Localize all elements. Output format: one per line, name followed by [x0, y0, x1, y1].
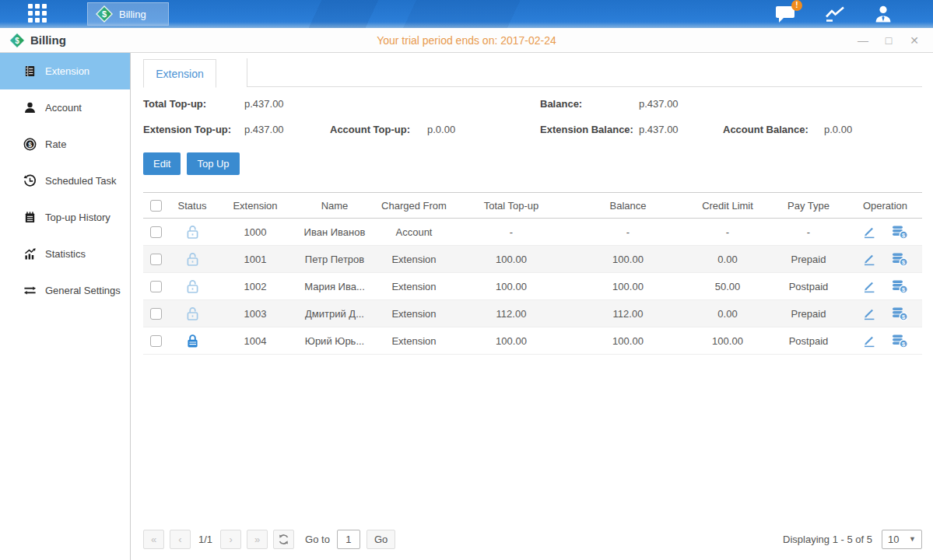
- col-header-status: Status: [168, 193, 216, 219]
- cell-balance: -: [570, 219, 686, 246]
- cell-name: Мария Ива...: [294, 273, 375, 300]
- apps-grid-icon[interactable]: [28, 4, 48, 24]
- goto-page-input[interactable]: [337, 530, 360, 549]
- sidebar-item-extension[interactable]: Extension: [0, 53, 130, 89]
- sidebar-item-account[interactable]: Account: [0, 89, 130, 126]
- account-balance-label: Account Balance:: [723, 124, 824, 135]
- cell-extension: 1004: [216, 327, 294, 355]
- notification-badge: !: [791, 0, 802, 11]
- total-topup-value: p.437.00: [244, 98, 330, 110]
- top-up-button[interactable]: Top Up: [187, 152, 239, 175]
- extension-topup-value: p.437.00: [244, 124, 330, 135]
- minimize-icon[interactable]: —: [857, 35, 869, 46]
- maximize-icon[interactable]: □: [882, 35, 895, 46]
- top-bar: $ Billing !: [0, 0, 933, 28]
- edit-row-icon[interactable]: [862, 334, 876, 348]
- edit-row-icon[interactable]: [862, 306, 876, 320]
- edit-row-icon[interactable]: [862, 279, 876, 293]
- cell-credit-limit: 0.00: [686, 300, 769, 327]
- cell-balance: 100.00: [570, 246, 686, 273]
- cell-credit-limit: 0.00: [686, 246, 769, 273]
- col-header-charged-from: Charged From: [375, 193, 453, 219]
- refresh-button[interactable]: [273, 530, 294, 549]
- locked-status-icon: [186, 334, 199, 348]
- row-checkbox[interactable]: [150, 226, 162, 238]
- svg-text:$: $: [28, 141, 32, 149]
- cell-pay-type: Postpaid: [769, 273, 848, 300]
- next-page-button[interactable]: ›: [220, 530, 241, 549]
- cell-pay-type: Postpaid: [769, 327, 848, 355]
- top-up-row-icon[interactable]: $: [892, 306, 908, 321]
- history-clock-icon: [23, 174, 37, 187]
- user-account-icon[interactable]: [874, 5, 893, 23]
- col-header-pay-type: Pay Type: [769, 193, 848, 219]
- pagination-bar: « ‹ 1/1 › » Go to Go Displaying 1 - 5 of…: [143, 524, 922, 560]
- go-button[interactable]: Go: [367, 530, 395, 549]
- select-all-checkbox[interactable]: [150, 200, 162, 212]
- notifications-icon[interactable]: !: [775, 5, 796, 23]
- sidebar-item-scheduled-task[interactable]: Scheduled Task: [0, 163, 130, 199]
- sidebar-item-general-settings[interactable]: General Settings: [0, 272, 130, 309]
- window-title-label: Billing: [30, 33, 66, 47]
- reports-chart-icon[interactable]: [825, 5, 845, 23]
- top-up-row-icon[interactable]: $: [892, 279, 908, 294]
- sidebar-item-topup-history[interactable]: Top-up History: [0, 199, 130, 236]
- col-header-balance: Balance: [570, 193, 686, 219]
- cell-extension: 1003: [216, 300, 294, 327]
- sidebar-item-label: General Settings: [45, 285, 121, 296]
- col-header-total-topup: Total Top-up: [453, 193, 570, 219]
- table-row: 1001Петр ПетровExtension100.00100.000.00…: [143, 246, 922, 273]
- goto-label: Go to: [305, 534, 330, 545]
- row-checkbox[interactable]: [150, 308, 162, 320]
- extensions-table: Status Extension Name Charged From Total…: [143, 192, 922, 355]
- extension-balance-label: Extension Balance:: [540, 124, 639, 135]
- extension-balance-value: p.437.00: [639, 124, 723, 135]
- tab-bar: Extension: [143, 53, 922, 87]
- tab-extension[interactable]: Extension: [143, 59, 216, 88]
- top-up-row-icon[interactable]: $: [892, 225, 908, 240]
- last-page-button[interactable]: »: [247, 530, 268, 549]
- edit-row-icon[interactable]: [862, 252, 876, 266]
- unlocked-status-icon: [186, 306, 199, 321]
- top-up-row-icon[interactable]: $: [892, 252, 908, 267]
- action-buttons: Edit Top Up: [143, 152, 922, 175]
- cell-charged-from: Extension: [375, 273, 453, 300]
- taskbar-tab-label: Billing: [119, 9, 146, 20]
- billing-summary: Total Top-up: p.437.00 Balance: p.437.00…: [143, 98, 922, 135]
- sidebar-item-statistics[interactable]: Statistics: [0, 236, 130, 272]
- account-balance-value: p.0.00: [824, 124, 922, 135]
- cell-pay-type: -: [769, 219, 848, 246]
- unlocked-status-icon: [186, 252, 199, 267]
- sidebar-item-label: Account: [45, 102, 82, 114]
- svg-text:$: $: [102, 9, 107, 19]
- close-icon[interactable]: ✕: [908, 35, 921, 46]
- first-page-button[interactable]: «: [143, 530, 164, 549]
- page-size-select[interactable]: 10 ▼: [882, 530, 922, 549]
- cell-name: Петр Петров: [294, 246, 375, 273]
- top-up-row-icon[interactable]: $: [892, 334, 908, 348]
- sidebar-item-rate[interactable]: $ Rate: [0, 126, 130, 163]
- window-title-bar: $ Billing Your trial period ends on: 201…: [0, 28, 933, 53]
- cell-charged-from: Extension: [375, 327, 453, 355]
- dollar-coin-icon: $: [23, 138, 37, 151]
- edit-row-icon[interactable]: [862, 225, 876, 239]
- col-header-credit-limit: Credit Limit: [686, 193, 769, 219]
- cell-charged-from: Account: [375, 219, 453, 246]
- balance-label: Balance:: [540, 98, 639, 110]
- cell-balance: 100.00: [570, 327, 686, 355]
- row-checkbox[interactable]: [150, 254, 162, 265]
- notebook-icon: [23, 211, 37, 224]
- window-title: $ Billing: [9, 33, 66, 48]
- tab-blank: [216, 58, 247, 87]
- sidebar-item-label: Scheduled Task: [45, 175, 117, 187]
- sidebar-item-label: Statistics: [45, 248, 86, 260]
- row-checkbox[interactable]: [150, 281, 162, 292]
- sidebar: Extension Account $ Rate Scheduled Task: [0, 53, 131, 560]
- taskbar-tab-billing[interactable]: $ Billing: [87, 2, 169, 26]
- table-row: 1004Юрий Юрь...Extension100.00100.00100.…: [143, 327, 922, 355]
- cell-extension: 1001: [216, 246, 294, 273]
- prev-page-button[interactable]: ‹: [170, 530, 191, 549]
- edit-button[interactable]: Edit: [143, 152, 181, 175]
- row-checkbox[interactable]: [150, 335, 162, 347]
- cell-pay-type: Prepaid: [769, 246, 848, 273]
